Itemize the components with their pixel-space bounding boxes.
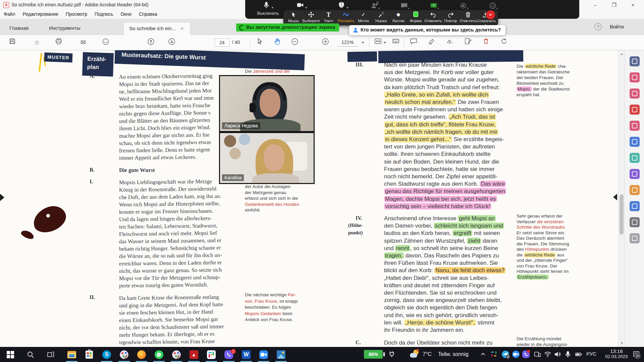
fit-width-icon[interactable] [373,38,383,47]
highlighter-icon[interactable] [427,38,437,47]
fill-sign-icon[interactable] [630,185,640,195]
taskbar-app-slack[interactable] [203,347,220,362]
tab-document[interactable]: So schreibe ich ein... × [123,22,191,35]
start-button[interactable] [3,347,18,362]
measure-icon[interactable] [630,217,640,227]
taskbar-app-whatsapp[interactable] [150,347,168,362]
taskbar-app-skype[interactable]: S [98,347,115,362]
close-button[interactable]: × [625,0,641,10]
tray-phonelink-icon[interactable] [534,351,542,359]
taskbar-app-viber[interactable]: 2 [220,347,237,362]
notification-center-icon[interactable]: 20 [633,350,641,359]
tool-Рисовать[interactable]: Рисовать [337,11,355,23]
tray-volume-icon[interactable] [554,351,562,359]
video-tile-participant-1[interactable]: Лариса Недова [219,75,315,132]
request-signature-icon[interactable] [630,201,640,211]
zoom-out-icon[interactable] [290,38,300,47]
select-tool-icon[interactable] [255,38,265,47]
language-indicator[interactable]: РУС [586,351,596,357]
comment-dots-icon[interactable] [101,38,111,47]
search-tools-icon[interactable] [630,56,640,66]
comment-icon[interactable] [630,121,640,131]
annotation-close-icon[interactable]: × [486,10,495,19]
menu-Просмотр[interactable]: Просмотр [62,10,91,18]
tool-Повтор[interactable]: Повтор [442,11,460,23]
tray-mic-icon[interactable] [564,351,572,359]
tool-Очистить[interactable]: Очистить [459,11,477,23]
comment-bubble-icon[interactable] [409,38,419,47]
scroll-down-icon[interactable]: ▼ [620,341,624,345]
tool-Метка[interactable]: ✓Метка [355,11,372,23]
menu-Подпись[interactable]: Подпись [91,10,117,18]
taskbar-app-zoom[interactable] [255,347,272,362]
restore-button[interactable]: ❐ [606,0,622,10]
nav-panel-toggle-icon[interactable] [0,194,4,201]
task-view-button[interactable] [43,347,58,362]
zoom-in-icon[interactable] [320,38,330,47]
scrollbar-thumb[interactable] [620,194,624,235]
hand-tool-icon[interactable] [272,38,282,47]
email-icon[interactable]: ✉ [78,38,88,47]
read-mode-icon[interactable] [391,38,401,47]
ghost-share-screen-icon[interactable]: ▾ [430,2,439,10]
control-mic-icon[interactable]: ▾Выключить [250,1,286,16]
clock[interactable]: 13:1602.03.2023 [602,348,631,359]
fit-caret-icon[interactable] [383,42,386,44]
export-pdf-icon[interactable] [630,72,640,82]
menu-Справка[interactable]: Справка [135,10,161,18]
menu-Окно[interactable]: Окно [117,10,135,18]
edit-pdf-icon[interactable] [630,169,640,179]
page-number-input[interactable]: 24 [215,39,229,47]
battery-percent-widget[interactable]: 86% [364,350,383,359]
sign-in-button[interactable]: Войти [610,24,624,29]
help-icon[interactable]: ? [594,23,602,31]
taskbar-app-firefox[interactable] [133,347,150,362]
menu-Файл[interactable]: Файл [0,10,19,18]
sign-pen-icon[interactable] [445,38,455,47]
organize-pages-icon[interactable] [630,88,640,99]
tools-panel-toggle-icon[interactable] [613,194,617,200]
tool-Указка[interactable]: Указка [372,11,390,23]
tray-expand-icon[interactable] [480,352,486,358]
taskbar-app-acrobat[interactable]: ▲ [185,347,203,362]
search-button[interactable] [23,347,38,362]
ghost-reactions-icon[interactable]: ▾ [489,2,498,10]
ghost-chat-icon[interactable]: ▾ [400,2,410,10]
ghost-record-icon[interactable]: ▾ [460,2,469,10]
tab-home[interactable]: Главная [4,22,34,35]
taskbar-app-paint[interactable] [115,347,133,362]
tray-telegram-icon[interactable]: 8 [502,351,510,359]
tab-close-icon[interactable]: × [180,25,183,31]
delete-pages-icon[interactable] [481,38,491,47]
menu-Редактирование[interactable]: Редактирование [19,10,62,18]
taskbar-app-paint[interactable] [168,347,185,362]
tray-zoom-icon[interactable] [512,351,520,359]
save-icon[interactable] [7,38,17,47]
taskbar-app-explorer[interactable] [63,347,80,362]
rotate-icon[interactable] [499,38,509,47]
tool-Выберите[interactable]: Выберите [302,11,320,23]
vertical-scrollbar[interactable]: ▲ ▼ [618,50,625,347]
scroll-up-icon[interactable]: ▲ [620,52,624,56]
minimize-button[interactable]: – [588,0,603,10]
tray-viber-icon[interactable] [522,351,530,359]
tool-Отменить[interactable]: Отменить [424,11,442,23]
print-icon[interactable] [54,38,64,47]
ghost-participants-icon[interactable]: 2▾ [371,2,380,10]
tray-wifi-icon[interactable] [544,351,552,359]
edit-page-icon[interactable] [463,38,473,47]
tool-Форма[interactable]: Форма [407,11,425,23]
zoom-caret-icon[interactable] [362,42,364,44]
tray-slack-icon[interactable] [490,351,498,359]
compress-pdf-icon[interactable] [630,153,640,163]
tool-Ластик[interactable]: ◆Ластик [389,11,407,23]
tab-tools[interactable]: Инструменты [44,22,86,35]
combine-files-icon[interactable] [630,137,640,147]
star-icon[interactable]: ☆ [32,38,42,47]
taskbar-app-photos[interactable] [272,347,290,362]
tray-battery-icon[interactable] [575,351,583,359]
video-tile-participant-2[interactable]: Karolina [219,132,315,184]
zoom-level-input[interactable]: 121% [337,39,358,47]
more-tools-icon[interactable] [630,233,640,243]
tool-Мышь[interactable]: Мышь [285,11,303,23]
